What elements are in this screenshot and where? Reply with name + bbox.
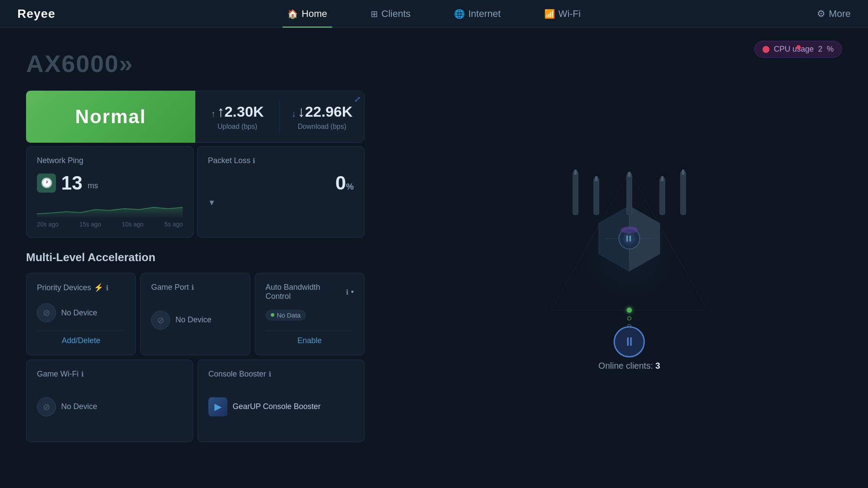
packet-loss-value: 0%: [208, 172, 354, 194]
add-delete-link[interactable]: Add/Delete: [62, 336, 100, 345]
nav-more-label: More: [829, 8, 851, 20]
game-wifi-device-row: ⊘ No Device: [37, 386, 182, 428]
auto-bandwidth-extra-icon: •: [351, 288, 354, 297]
auto-bandwidth-title: Auto Bandwidth Control ℹ •: [266, 283, 354, 301]
brand-logo: Reyee: [17, 7, 56, 21]
no-data-dot: [271, 313, 274, 317]
upload-arrow-icon: [211, 103, 217, 120]
nav-item-home[interactable]: 🏠 Home: [266, 0, 349, 28]
priority-device-row: ⊘ No Device: [37, 299, 125, 326]
enable-link[interactable]: Enable: [297, 336, 322, 345]
console-booster-info-icon[interactable]: ℹ: [269, 370, 271, 378]
ping-value: 13: [61, 172, 82, 194]
nav-item-wifi-label: Wi-Fi: [559, 8, 581, 20]
nav-item-clients[interactable]: ⊞ Clients: [349, 0, 432, 28]
game-port-label: Game Port: [151, 283, 189, 292]
wifi-icon: 📶: [544, 9, 555, 19]
game-port-device-icon: ⊘: [151, 311, 170, 330]
packet-chevron-icon: ▼: [208, 198, 354, 207]
game-wifi-device-icon: ⊘: [37, 397, 56, 416]
auto-bandwidth-data-row: No Data: [266, 308, 354, 326]
svg-rect-23: [629, 236, 631, 242]
game-wifi-info-icon[interactable]: ℹ: [81, 370, 84, 378]
nav-item-internet[interactable]: 🌐 Internet: [432, 0, 523, 28]
download-label: Download (bps): [298, 123, 346, 131]
game-port-device-row: ⊘ No Device: [151, 299, 239, 341]
no-data-label: No Data: [277, 311, 301, 319]
ping-time-3: 10s ago: [122, 221, 144, 228]
game-port-info-icon[interactable]: ℹ: [191, 283, 194, 291]
clients-circle-icon: ⏸: [623, 334, 635, 349]
connection-dot-2: [627, 316, 631, 321]
game-wifi-title: Game Wi-Fi ℹ: [37, 370, 182, 379]
ping-times: 20s ago 15s ago 10s ago 5s ago: [37, 221, 183, 228]
right-panel: CPU usage 2 %: [391, 28, 868, 488]
cpu-value: 2: [818, 45, 822, 54]
priority-accel-icon: ⚡: [94, 283, 103, 292]
online-clients-count: 3: [655, 361, 660, 370]
game-wifi-label: Game Wi-Fi: [37, 370, 79, 379]
svg-rect-22: [626, 236, 628, 242]
signal-dot: [796, 45, 801, 49]
svg-rect-11: [574, 170, 577, 175]
nav-more-button[interactable]: ⚙ More: [817, 8, 851, 20]
download-speed: ↓22.96K Download (bps): [280, 91, 364, 142]
priority-device-name: No Device: [61, 308, 97, 318]
cpu-unit: %: [827, 45, 834, 54]
priority-devices-label: Priority Devices: [37, 283, 91, 292]
clients-icon: ⊞: [371, 9, 378, 19]
nav-item-wifi[interactable]: 📶 Wi-Fi: [523, 0, 602, 28]
priority-info-icon[interactable]: ℹ: [106, 284, 108, 292]
svg-rect-15: [628, 172, 631, 177]
priority-devices-card: Priority Devices ⚡ ℹ ⊘ No Device Add/Del…: [26, 273, 136, 355]
ping-time-2: 15s ago: [79, 221, 101, 228]
left-panel: AX6000» Normal ↑2.30K Upload (bps) ↓22.9…: [0, 28, 391, 488]
packet-loss-card: Packet Loss ℹ 0% ▼: [197, 146, 365, 238]
status-badge: Normal: [26, 91, 195, 143]
game-port-device-name: No Device: [175, 315, 211, 324]
upload-value: ↑2.30K: [211, 103, 264, 120]
no-data-badge: No Data: [266, 310, 306, 321]
status-speed-row: Normal ↑2.30K Upload (bps) ↓22.96K Downl…: [26, 91, 365, 143]
packet-loss-info-icon[interactable]: ℹ: [253, 157, 255, 164]
download-value: ↓22.96K: [292, 103, 353, 120]
ping-card: Network Ping 🕐 13 ms: [26, 146, 194, 238]
svg-rect-16: [660, 178, 665, 215]
speed-panel: ↑2.30K Upload (bps) ↓22.96K Download (bp…: [195, 91, 365, 143]
auto-bandwidth-info-icon[interactable]: ℹ: [346, 288, 349, 296]
console-booster-title: Console Booster ℹ: [208, 370, 354, 379]
acceleration-section-title: Multi-Level Acceleration: [26, 251, 365, 264]
nav-items: 🏠 Home ⊞ Clients 🌐 Internet 📶 Wi-Fi: [266, 0, 602, 28]
console-booster-device-row: ▶ GearUP Console Booster: [208, 386, 354, 428]
svg-point-24: [621, 226, 638, 233]
acceleration-cards-row2: Game Wi-Fi ℹ ⊘ No Device Console Booster…: [26, 360, 365, 442]
console-booster-card: Console Booster ℹ ▶ GearUP Console Boost…: [197, 360, 365, 442]
ping-time-4: 5s ago: [164, 221, 183, 228]
svg-rect-13: [595, 176, 598, 181]
clients-circle: ⏸: [614, 326, 645, 357]
ping-title: Network Ping: [37, 156, 183, 165]
expand-icon[interactable]: ⤢: [354, 95, 361, 104]
svg-rect-17: [661, 176, 664, 181]
status-label: Normal: [75, 106, 146, 128]
device-model: AX6000»: [26, 49, 365, 78]
svg-marker-0: [37, 207, 183, 218]
svg-rect-19: [682, 170, 684, 175]
priority-card-footer: Add/Delete: [37, 331, 125, 345]
main-content: AX6000» Normal ↑2.30K Upload (bps) ↓22.9…: [0, 28, 868, 488]
gearup-logo: ▶: [208, 397, 227, 416]
upload-speed: ↑2.30K Upload (bps): [195, 91, 279, 142]
game-port-card: Game Port ℹ ⊘ No Device: [140, 273, 250, 355]
top-navigation: Reyee 🏠 Home ⊞ Clients 🌐 Internet 📶 Wi-F…: [0, 0, 868, 28]
ping-chart: [37, 201, 183, 218]
nav-item-internet-label: Internet: [468, 8, 501, 20]
home-icon: 🏠: [287, 9, 298, 19]
internet-icon: 🌐: [454, 9, 465, 19]
console-booster-label: Console Booster: [208, 370, 266, 379]
game-port-title: Game Port ℹ: [151, 283, 239, 292]
online-clients-label: Online clients: 3: [598, 361, 660, 371]
ping-icon: 🕐: [37, 174, 56, 193]
auto-bandwidth-label: Auto Bandwidth Control: [266, 283, 343, 301]
svg-rect-18: [681, 171, 686, 215]
nav-item-home-label: Home: [302, 8, 327, 20]
